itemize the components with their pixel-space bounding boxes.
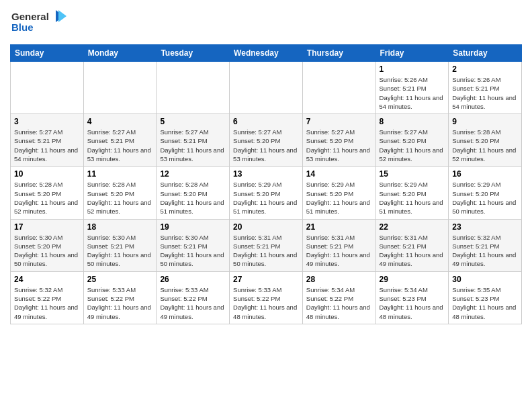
day-number: 14	[306, 169, 372, 179]
day-number: 2	[452, 64, 518, 74]
day-number: 1	[380, 64, 445, 74]
day-number: 26	[160, 275, 226, 284]
calendar-cell: 19Sunrise: 5:30 AM Sunset: 5:21 PM Dayli…	[157, 219, 230, 271]
day-number: 7	[306, 117, 372, 126]
day-info: Sunrise: 5:26 AM Sunset: 5:21 PM Dayligh…	[452, 75, 518, 111]
calendar-cell: 29Sunrise: 5:34 AM Sunset: 5:23 PM Dayli…	[375, 271, 449, 324]
page: General Blue SundayMondayTuesdayWednesda…	[0, 0, 532, 331]
day-number: 13	[233, 169, 299, 179]
day-info: Sunrise: 5:27 AM Sunset: 5:21 PM Dayligh…	[14, 128, 80, 163]
calendar-cell: 1Sunrise: 5:26 AM Sunset: 5:21 PM Daylig…	[375, 62, 449, 114]
calendar-cell: 3Sunrise: 5:27 AM Sunset: 5:21 PM Daylig…	[11, 114, 84, 167]
day-number: 10	[14, 169, 80, 179]
calendar-header-row: SundayMondayTuesdayWednesdayThursdayFrid…	[11, 45, 522, 62]
calendar-cell: 25Sunrise: 5:33 AM Sunset: 5:22 PM Dayli…	[83, 271, 157, 324]
calendar-cell: 20Sunrise: 5:31 AM Sunset: 5:21 PM Dayli…	[230, 219, 303, 271]
day-info: Sunrise: 5:31 AM Sunset: 5:21 PM Dayligh…	[380, 233, 445, 269]
day-info: Sunrise: 5:28 AM Sunset: 5:20 PM Dayligh…	[87, 180, 153, 216]
day-number: 20	[233, 222, 299, 232]
day-number: 11	[87, 169, 153, 179]
calendar-cell: 17Sunrise: 5:30 AM Sunset: 5:20 PM Dayli…	[11, 219, 84, 271]
day-info: Sunrise: 5:30 AM Sunset: 5:20 PM Dayligh…	[14, 233, 80, 269]
calendar-cell: 21Sunrise: 5:31 AM Sunset: 5:21 PM Dayli…	[302, 219, 375, 271]
day-number: 24	[14, 275, 80, 284]
calendar-cell	[302, 62, 375, 114]
day-info: Sunrise: 5:27 AM Sunset: 5:21 PM Dayligh…	[160, 128, 226, 163]
calendar-cell: 6Sunrise: 5:27 AM Sunset: 5:20 PM Daylig…	[230, 114, 303, 167]
calendar-cell: 7Sunrise: 5:27 AM Sunset: 5:20 PM Daylig…	[302, 114, 375, 167]
calendar-cell: 10Sunrise: 5:28 AM Sunset: 5:20 PM Dayli…	[11, 167, 84, 219]
day-number: 25	[87, 275, 153, 284]
day-number: 9	[452, 117, 518, 126]
calendar-cell: 27Sunrise: 5:33 AM Sunset: 5:22 PM Dayli…	[230, 271, 303, 324]
day-number: 3	[14, 117, 80, 126]
day-number: 6	[233, 117, 299, 126]
day-number: 17	[14, 222, 80, 232]
day-info: Sunrise: 5:35 AM Sunset: 5:23 PM Dayligh…	[452, 285, 518, 321]
day-info: Sunrise: 5:30 AM Sunset: 5:21 PM Dayligh…	[87, 233, 153, 269]
calendar-cell: 5Sunrise: 5:27 AM Sunset: 5:21 PM Daylig…	[157, 114, 230, 167]
day-info: Sunrise: 5:33 AM Sunset: 5:22 PM Dayligh…	[87, 285, 153, 321]
calendar-cell: 26Sunrise: 5:33 AM Sunset: 5:22 PM Dayli…	[157, 271, 230, 324]
day-number: 29	[380, 275, 445, 284]
calendar-week-row: 17Sunrise: 5:30 AM Sunset: 5:20 PM Dayli…	[11, 219, 522, 271]
day-number: 5	[160, 117, 226, 126]
weekday-header-sunday: Sunday	[11, 45, 84, 62]
svg-text:General: General	[11, 11, 49, 22]
weekday-header-tuesday: Tuesday	[157, 45, 230, 62]
calendar-cell: 16Sunrise: 5:29 AM Sunset: 5:20 PM Dayli…	[449, 167, 522, 219]
calendar-cell	[11, 62, 84, 114]
calendar-cell: 22Sunrise: 5:31 AM Sunset: 5:21 PM Dayli…	[375, 219, 449, 271]
calendar-cell: 15Sunrise: 5:29 AM Sunset: 5:20 PM Dayli…	[375, 167, 449, 219]
weekday-header-saturday: Saturday	[449, 45, 522, 62]
day-info: Sunrise: 5:31 AM Sunset: 5:21 PM Dayligh…	[233, 233, 299, 269]
calendar-cell: 14Sunrise: 5:29 AM Sunset: 5:20 PM Dayli…	[302, 167, 375, 219]
calendar-cell: 4Sunrise: 5:27 AM Sunset: 5:21 PM Daylig…	[83, 114, 157, 167]
day-info: Sunrise: 5:29 AM Sunset: 5:20 PM Dayligh…	[306, 180, 372, 216]
day-info: Sunrise: 5:32 AM Sunset: 5:22 PM Dayligh…	[14, 285, 80, 321]
day-number: 27	[233, 275, 299, 284]
header: General Blue	[10, 7, 522, 39]
calendar-week-row: 1Sunrise: 5:26 AM Sunset: 5:21 PM Daylig…	[11, 62, 522, 114]
logo-svg: General Blue	[10, 7, 71, 36]
calendar-cell	[157, 62, 230, 114]
calendar-week-row: 3Sunrise: 5:27 AM Sunset: 5:21 PM Daylig…	[11, 114, 522, 167]
calendar-cell: 2Sunrise: 5:26 AM Sunset: 5:21 PM Daylig…	[449, 62, 522, 114]
weekday-header-friday: Friday	[375, 45, 449, 62]
day-number: 4	[87, 117, 153, 126]
day-info: Sunrise: 5:33 AM Sunset: 5:22 PM Dayligh…	[160, 285, 226, 321]
calendar-week-row: 24Sunrise: 5:32 AM Sunset: 5:22 PM Dayli…	[11, 271, 522, 324]
calendar-cell: 12Sunrise: 5:28 AM Sunset: 5:20 PM Dayli…	[157, 167, 230, 219]
day-info: Sunrise: 5:33 AM Sunset: 5:22 PM Dayligh…	[233, 285, 299, 321]
day-number: 21	[306, 222, 372, 232]
day-info: Sunrise: 5:29 AM Sunset: 5:20 PM Dayligh…	[380, 180, 445, 216]
day-info: Sunrise: 5:27 AM Sunset: 5:21 PM Dayligh…	[87, 128, 153, 163]
calendar-cell: 13Sunrise: 5:29 AM Sunset: 5:20 PM Dayli…	[230, 167, 303, 219]
weekday-header-wednesday: Wednesday	[230, 45, 303, 62]
svg-text:Blue: Blue	[11, 21, 34, 33]
logo: General Blue	[10, 7, 71, 39]
day-info: Sunrise: 5:29 AM Sunset: 5:20 PM Dayligh…	[452, 180, 518, 216]
day-info: Sunrise: 5:28 AM Sunset: 5:20 PM Dayligh…	[14, 180, 80, 216]
calendar-cell: 23Sunrise: 5:32 AM Sunset: 5:21 PM Dayli…	[449, 219, 522, 271]
day-info: Sunrise: 5:28 AM Sunset: 5:20 PM Dayligh…	[160, 180, 226, 216]
day-info: Sunrise: 5:28 AM Sunset: 5:20 PM Dayligh…	[452, 128, 518, 163]
calendar-cell	[83, 62, 157, 114]
weekday-header-monday: Monday	[83, 45, 157, 62]
day-number: 12	[160, 169, 226, 179]
day-number: 30	[452, 275, 518, 284]
calendar-cell	[230, 62, 303, 114]
logo-area: General Blue	[10, 7, 71, 39]
calendar-cell: 9Sunrise: 5:28 AM Sunset: 5:20 PM Daylig…	[449, 114, 522, 167]
day-info: Sunrise: 5:34 AM Sunset: 5:22 PM Dayligh…	[306, 285, 372, 321]
calendar-cell: 11Sunrise: 5:28 AM Sunset: 5:20 PM Dayli…	[83, 167, 157, 219]
day-number: 8	[380, 117, 445, 126]
calendar-week-row: 10Sunrise: 5:28 AM Sunset: 5:20 PM Dayli…	[11, 167, 522, 219]
day-info: Sunrise: 5:27 AM Sunset: 5:20 PM Dayligh…	[233, 128, 299, 163]
svg-marker-3	[58, 10, 66, 22]
day-number: 15	[380, 169, 445, 179]
day-info: Sunrise: 5:27 AM Sunset: 5:20 PM Dayligh…	[306, 128, 372, 163]
day-info: Sunrise: 5:34 AM Sunset: 5:23 PM Dayligh…	[380, 285, 445, 321]
calendar-table: SundayMondayTuesdayWednesdayThursdayFrid…	[10, 44, 522, 324]
calendar-cell: 30Sunrise: 5:35 AM Sunset: 5:23 PM Dayli…	[449, 271, 522, 324]
